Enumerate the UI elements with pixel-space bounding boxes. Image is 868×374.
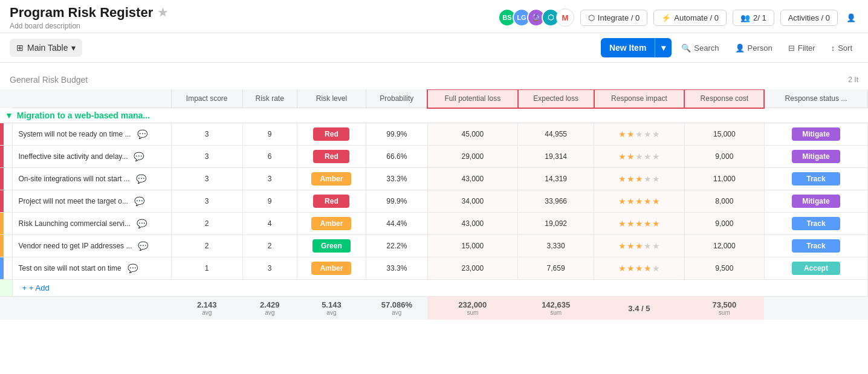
sort-button[interactable]: ↕ Sort [825, 39, 858, 57]
person-button[interactable]: 👤 Person [729, 39, 779, 57]
th-risk-rate[interactable]: Risk rate [242, 89, 297, 108]
star-2: ★ [627, 263, 635, 273]
star-5: ★ [652, 152, 660, 161]
row-name: System will not be ready on time ... [19, 130, 131, 138]
sort-icon: ↕ [831, 44, 835, 53]
row-risk-rate: 4 [242, 213, 297, 235]
row-risk-rate: 3 [242, 257, 297, 280]
response-status-badge[interactable]: Mitigate [792, 127, 840, 141]
th-response-cost[interactable]: Response cost [684, 89, 764, 108]
row-name: On-site integrations will not start ... [19, 175, 130, 183]
row-risk-level: Green [297, 235, 366, 257]
section-count: 2 It [848, 76, 858, 84]
toolbar-left: ⊞ Main Table ▾ [10, 39, 82, 57]
footer-full-potential-loss: 232,000 sum [427, 297, 518, 320]
th-full-potential-loss[interactable]: Full potential loss [427, 89, 518, 108]
group-label-text: Migration to a web-based mana... [17, 111, 150, 120]
user-icon-button[interactable]: 👤 [844, 11, 858, 25]
members-button[interactable]: 👥 2/ 1 [733, 10, 774, 26]
comment-icon[interactable]: 💬 [137, 129, 147, 139]
row-response-cost: 15,000 [684, 123, 764, 146]
table-row: System will not be ready on time ... 💬 3… [0, 123, 868, 146]
group-label[interactable]: ▼ Migration to a web-based mana... [5, 111, 863, 120]
main-table-button[interactable]: ⊞ Main Table ▾ [10, 39, 82, 57]
star-5: ★ [652, 241, 660, 251]
response-status-badge[interactable]: Track [792, 239, 840, 253]
th-response-impact[interactable]: Response impact [594, 89, 685, 108]
activities-label: Activities / 0 [788, 13, 830, 22]
toolbar-right: New Item ▾ 🔍 Search 👤 Person ⊟ Filter ↕ … [601, 38, 858, 57]
row-risk-rate: 2 [242, 235, 297, 257]
response-status-badge[interactable]: Accept [792, 262, 840, 275]
th-risk-level[interactable]: Risk level [297, 89, 366, 108]
row-response-cost: 12,000 [684, 235, 764, 257]
add-icon: + [22, 283, 27, 292]
response-status-badge[interactable]: Mitigate [792, 150, 840, 163]
row-name-cell: Vendor need to get IP addresses ... 💬 [12, 235, 171, 257]
comment-icon[interactable]: 💬 [136, 174, 146, 184]
row-response-status: Track [764, 213, 867, 235]
new-item-button[interactable]: New Item ▾ [601, 38, 672, 57]
comment-icon[interactable]: 💬 [138, 241, 148, 251]
footer-row: 2.143 avg 2.429 avg 5.143 avg 57.086% av… [0, 297, 868, 320]
response-status-badge[interactable]: Track [792, 172, 840, 185]
star-2: ★ [627, 241, 635, 251]
user-icon: 👤 [846, 13, 856, 22]
section-title: General Risk Budget [10, 75, 88, 85]
table-wrapper: Impact score Risk rate Risk level Probab… [0, 89, 868, 320]
risk-level-badge: Amber [311, 172, 351, 185]
row-full-potential-loss: 23,000 [427, 257, 518, 280]
comment-icon[interactable]: 💬 [134, 152, 144, 161]
search-label: Search [694, 44, 719, 53]
automate-button[interactable]: ⚡ Automate / 0 [653, 10, 727, 26]
row-risk-rate: 6 [242, 146, 297, 168]
search-button[interactable]: 🔍 Search [675, 39, 725, 57]
comment-icon[interactable]: 💬 [134, 196, 144, 206]
filter-label: Filter [798, 44, 815, 53]
risk-level-badge: Amber [311, 262, 351, 275]
row-name-cell: Project will not meet the target o... 💬 [12, 190, 171, 213]
th-expected-loss[interactable]: Expected loss [518, 89, 594, 108]
main-table: Impact score Risk rate Risk level Probab… [0, 89, 868, 320]
response-status-badge[interactable]: Track [792, 217, 840, 230]
comment-icon[interactable]: 💬 [137, 219, 147, 228]
row-probability: 99.9% [366, 123, 427, 146]
activities-button[interactable]: Activities / 0 [780, 10, 838, 26]
response-status-badge[interactable]: Mitigate [792, 195, 840, 208]
row-response-impact: ★★★★★ [594, 168, 685, 190]
row-color-indicator [0, 190, 12, 213]
row-expected-loss: 19,314 [518, 146, 594, 168]
footer-impact-score: 2.143 avg [171, 297, 242, 320]
footer-risk-rate-label: avg [248, 309, 291, 316]
footer-risk-level-val: 5.143 [303, 300, 360, 309]
comment-icon[interactable]: 💬 [128, 263, 138, 273]
integrate-button[interactable]: ⬡ Integrate / 0 [580, 10, 647, 26]
th-response-status[interactable]: Response status ... [764, 89, 867, 108]
footer-risk-rate-val: 2.429 [248, 300, 291, 309]
row-probability: 33.3% [366, 257, 427, 280]
row-risk-rate: 3 [242, 168, 297, 190]
table-row: Test on site will not start on time 💬 1 … [0, 257, 868, 280]
group-collapse-icon: ▼ [5, 111, 13, 120]
add-item-button[interactable]: + + Add [22, 283, 858, 292]
row-name-cell: On-site integrations will not start ... … [12, 168, 171, 190]
row-response-status: Accept [764, 257, 867, 280]
star-1: ★ [618, 219, 626, 228]
row-impact-score: 3 [171, 190, 242, 213]
table-row: Ineffective site activity and delay... 💬… [0, 146, 868, 168]
add-row-cell: + + Add [12, 280, 868, 297]
footer-impact-score-val: 2.143 [177, 300, 236, 309]
star-1: ★ [618, 129, 626, 139]
star-2: ★ [627, 174, 635, 184]
search-icon: 🔍 [681, 44, 691, 53]
th-name[interactable] [12, 89, 171, 108]
board-title: Program Risk Register ★ [10, 5, 167, 21]
row-color-indicator [0, 146, 12, 168]
star-icon[interactable]: ★ [158, 6, 167, 19]
th-probability[interactable]: Probability [366, 89, 427, 108]
filter-button[interactable]: ⊟ Filter [782, 39, 821, 57]
th-impact-score[interactable]: Impact score [171, 89, 242, 108]
row-response-cost: 11,000 [684, 168, 764, 190]
new-item-arrow-icon: ▾ [655, 38, 672, 57]
row-impact-score: 3 [171, 168, 242, 190]
